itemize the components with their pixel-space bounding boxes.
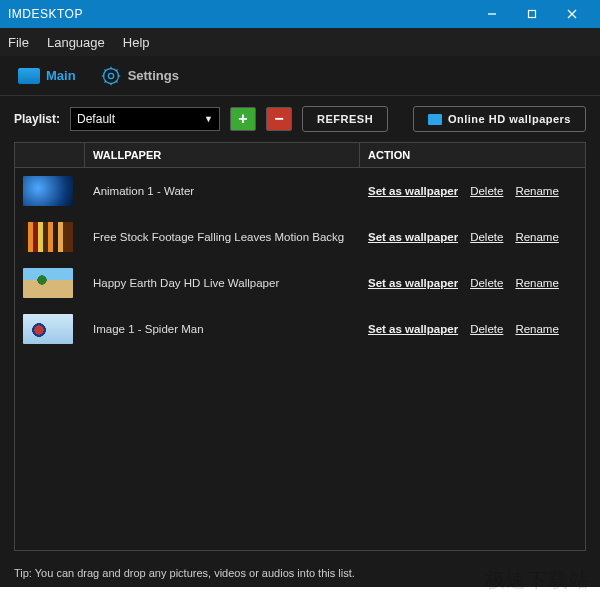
minimize-button[interactable] <box>472 0 512 28</box>
online-wallpapers-button[interactable]: Online HD wallpapers <box>413 106 586 132</box>
table-row[interactable]: Image 1 - Spider Man Set as wallpaper De… <box>15 306 585 352</box>
remove-playlist-button[interactable]: − <box>266 107 292 131</box>
tab-settings[interactable]: Settings <box>94 63 185 89</box>
playlist-value: Default <box>77 112 115 126</box>
tab-main[interactable]: Main <box>12 63 82 89</box>
header-action: ACTION <box>360 143 585 167</box>
menu-language[interactable]: Language <box>47 35 105 50</box>
online-label: Online HD wallpapers <box>448 113 571 125</box>
wallpaper-name: Free Stock Footage Falling Leaves Motion… <box>85 227 360 247</box>
set-wallpaper-link[interactable]: Set as wallpaper <box>368 277 458 289</box>
delete-link[interactable]: Delete <box>470 323 503 335</box>
tab-settings-label: Settings <box>128 68 179 83</box>
chevron-down-icon: ▼ <box>204 114 213 124</box>
thumbnail <box>23 314 73 344</box>
thumbnail <box>23 222 73 252</box>
wallpaper-name: Image 1 - Spider Man <box>85 319 360 339</box>
rename-link[interactable]: Rename <box>515 323 558 335</box>
table-header: WALLPAPER ACTION <box>15 143 585 168</box>
rename-link[interactable]: Rename <box>515 185 558 197</box>
wallpaper-name: Animation 1 - Water <box>85 181 360 201</box>
table-body: Animation 1 - Water Set as wallpaper Del… <box>15 168 585 550</box>
app-window: IMDESKTOP File Language Help Main Sett <box>0 0 600 587</box>
refresh-button[interactable]: REFRESH <box>302 106 388 132</box>
table-row[interactable]: Happy Earth Day HD Live Wallpaper Set as… <box>15 260 585 306</box>
menubar: File Language Help <box>0 28 600 56</box>
set-wallpaper-link[interactable]: Set as wallpaper <box>368 231 458 243</box>
window-controls <box>472 0 592 28</box>
playlist-label: Playlist: <box>14 112 60 126</box>
table-row[interactable]: Free Stock Footage Falling Leaves Motion… <box>15 214 585 260</box>
window-title: IMDESKTOP <box>8 7 472 21</box>
tab-main-label: Main <box>46 68 76 83</box>
menu-file[interactable]: File <box>8 35 29 50</box>
set-wallpaper-link[interactable]: Set as wallpaper <box>368 185 458 197</box>
close-button[interactable] <box>552 0 592 28</box>
refresh-label: REFRESH <box>317 113 373 125</box>
header-thumb <box>15 143 85 167</box>
toolbar: Playlist: Default ▼ + − REFRESH Online H… <box>0 96 600 142</box>
monitor-icon <box>18 67 40 85</box>
delete-link[interactable]: Delete <box>470 231 503 243</box>
titlebar: IMDESKTOP <box>0 0 600 28</box>
delete-link[interactable]: Delete <box>470 185 503 197</box>
delete-link[interactable]: Delete <box>470 277 503 289</box>
maximize-button[interactable] <box>512 0 552 28</box>
svg-rect-1 <box>529 11 536 18</box>
menu-help[interactable]: Help <box>123 35 150 50</box>
wallpaper-name: Happy Earth Day HD Live Wallpaper <box>85 273 360 293</box>
gear-icon <box>100 67 122 85</box>
rename-link[interactable]: Rename <box>515 277 558 289</box>
add-playlist-button[interactable]: + <box>230 107 256 131</box>
thumbnail <box>23 176 73 206</box>
thumbnail <box>23 268 73 298</box>
rename-link[interactable]: Rename <box>515 231 558 243</box>
table-row[interactable]: Animation 1 - Water Set as wallpaper Del… <box>15 168 585 214</box>
playlist-dropdown[interactable]: Default ▼ <box>70 107 220 131</box>
tip-text: Tip: You can drag and drop any pictures,… <box>0 559 600 587</box>
wallpaper-table: WALLPAPER ACTION Animation 1 - Water Set… <box>14 142 586 551</box>
monitor-icon <box>428 114 442 125</box>
header-wallpaper: WALLPAPER <box>85 143 360 167</box>
tabbar: Main Settings <box>0 56 600 96</box>
set-wallpaper-link[interactable]: Set as wallpaper <box>368 323 458 335</box>
